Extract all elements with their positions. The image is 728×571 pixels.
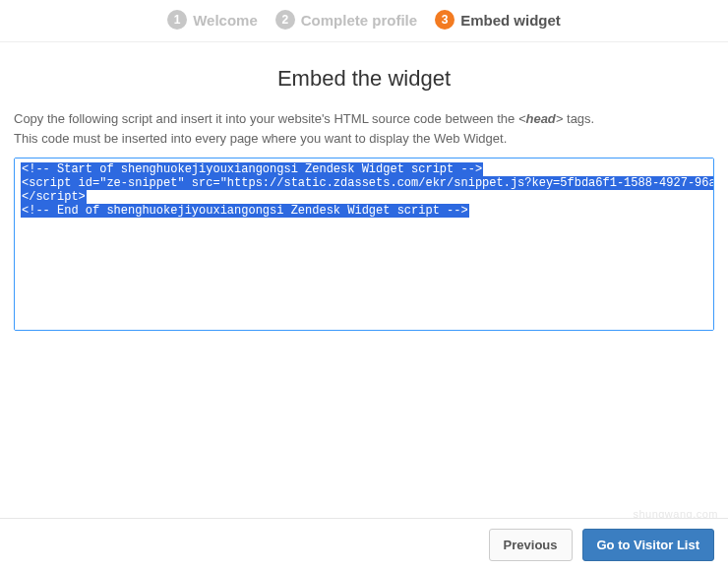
- head-tag: <head>: [518, 111, 564, 126]
- page-title: Embed the widget: [14, 66, 714, 92]
- step-label: Embed widget: [460, 12, 561, 29]
- step-label: Welcome: [193, 12, 258, 29]
- stepper: 1 Welcome 2 Complete profile 3 Embed wid…: [0, 0, 728, 42]
- previous-button[interactable]: Previous: [489, 529, 573, 561]
- go-to-visitor-list-button[interactable]: Go to Visitor List: [582, 529, 715, 561]
- footer: Previous Go to Visitor List: [0, 518, 728, 571]
- step-welcome[interactable]: 1 Welcome: [167, 10, 258, 30]
- instructions: Copy the following script and insert it …: [14, 109, 714, 148]
- code-line: </script>: [21, 190, 87, 204]
- onboarding-page: 1 Welcome 2 Complete profile 3 Embed wid…: [0, 0, 728, 571]
- step-number: 1: [167, 10, 187, 30]
- instructions-text: tags.: [563, 111, 594, 126]
- head-bold: head: [525, 111, 555, 126]
- instructions-text: Copy the following script and insert it …: [14, 111, 518, 126]
- step-number: 3: [435, 10, 455, 30]
- step-number: 2: [275, 10, 295, 30]
- content: Embed the widget Copy the following scri…: [0, 42, 728, 331]
- instructions-text: This code must be inserted into every pa…: [14, 131, 507, 146]
- code-line: <!-- End of shenghuokejiyouxiangongsi Ze…: [21, 204, 469, 218]
- step-embed-widget[interactable]: 3 Embed widget: [435, 10, 561, 30]
- code-line: <!-- Start of shenghuokejiyouxiangongsi …: [21, 162, 483, 176]
- code-snippet-box[interactable]: <!-- Start of shenghuokejiyouxiangongsi …: [14, 158, 714, 331]
- code-line: <script id="ze-snippet" src="https://sta…: [21, 176, 714, 190]
- step-label: Complete profile: [301, 12, 417, 29]
- step-complete-profile[interactable]: 2 Complete profile: [275, 10, 417, 30]
